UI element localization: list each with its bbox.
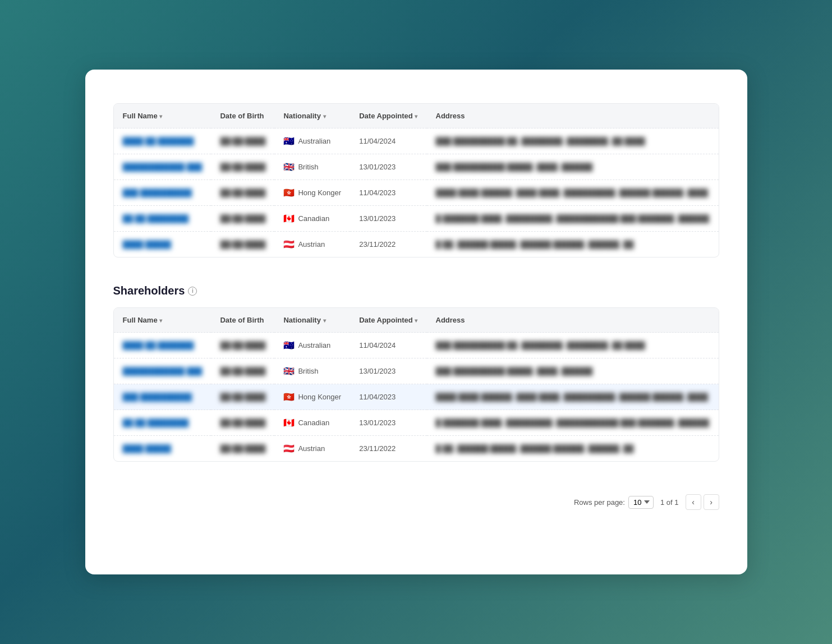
nationality-cell: 🇨🇦Canadian xyxy=(274,410,350,436)
nationality-text: British xyxy=(298,163,318,171)
dob-cell: ██/██/████ xyxy=(211,358,274,384)
table-row: ██ ██ ██████████/██/████🇨🇦Canadian13/01/… xyxy=(114,410,719,436)
rows-per-page-select[interactable]: 10 25 50 xyxy=(628,496,654,509)
table-row: ███ ████████████/██/████🇭🇰Hong Konger11/… xyxy=(114,384,719,410)
col-nationality-directors[interactable]: Nationality xyxy=(274,104,350,128)
page-info: 1 of 1 xyxy=(660,498,679,507)
name-cell[interactable]: ████ ██ ███████ xyxy=(114,128,212,154)
page-navigation: ‹ › xyxy=(686,494,719,510)
table-row: ████████████ █████/██/████🇬🇧British13/01… xyxy=(114,358,719,384)
next-page-button[interactable]: › xyxy=(704,494,719,510)
dob-cell: ██/██/████ xyxy=(211,333,274,358)
table-row: ███ ████████████/██/████🇭🇰Hong Konger11/… xyxy=(114,180,719,206)
table-row: ████████████ █████/██/████🇬🇧British13/01… xyxy=(114,154,719,180)
address-cell: ████ ████ ██████, ████ ████, ██████████,… xyxy=(427,384,719,410)
address-cell: █ ██, ██████ █████, ██████ ██████, █████… xyxy=(427,232,719,257)
flag-icon: 🇭🇰 xyxy=(283,392,295,402)
prev-page-button[interactable]: ‹ xyxy=(686,494,701,510)
col-dateappointed-shareholders[interactable]: Date Appointed xyxy=(350,308,426,333)
table-row: ████ ██ █████████/██/████🇦🇺Australian11/… xyxy=(114,333,719,358)
date-appointed-cell: 13/01/2023 xyxy=(350,154,426,180)
flag-icon: 🇬🇧 xyxy=(283,366,295,376)
nationality-text: Australian xyxy=(298,137,330,145)
date-appointed-cell: 13/01/2023 xyxy=(350,358,426,384)
table-row: ████ ██ █████████/██/████🇦🇺Australian11/… xyxy=(114,128,719,154)
directors-table: Full Name Date of Birth Nationality Date… xyxy=(114,104,719,257)
nationality-text: Hong Konger xyxy=(298,393,341,401)
directors-table-wrapper: Full Name Date of Birth Nationality Date… xyxy=(113,103,719,257)
flag-icon: 🇦🇺 xyxy=(283,340,295,351)
name-cell[interactable]: ███ ██████████ xyxy=(114,384,212,410)
nationality-text: Austrian xyxy=(298,444,325,453)
nationality-text: Canadian xyxy=(298,214,329,223)
name-cell[interactable]: ████ █████ xyxy=(114,436,212,462)
nationality-text: Canadian xyxy=(298,418,329,427)
date-appointed-cell: 11/04/2024 xyxy=(350,128,426,154)
nationality-cell: 🇨🇦Canadian xyxy=(274,206,350,232)
shareholders-section-title: Shareholders i xyxy=(113,284,719,297)
name-cell[interactable]: ████████████ ███ xyxy=(114,358,212,384)
address-cell: ███ ██████████ █████, ████, ██████ xyxy=(427,358,719,384)
col-dob-directors: Date of Birth xyxy=(211,104,274,128)
nationality-cell: 🇭🇰Hong Konger xyxy=(274,180,350,206)
name-cell[interactable]: ███ ██████████ xyxy=(114,180,212,206)
col-dob-shareholders: Date of Birth xyxy=(211,308,274,333)
rows-per-page-control: Rows per page: 10 25 50 xyxy=(574,496,654,509)
nationality-cell: 🇭🇰Hong Konger xyxy=(274,384,350,410)
nationality-cell: 🇬🇧British xyxy=(274,154,350,180)
main-card: Full Name Date of Birth Nationality Date… xyxy=(85,70,747,574)
flag-icon: 🇦🇹 xyxy=(283,239,295,250)
nationality-text: British xyxy=(298,367,318,375)
nationality-cell: 🇦🇺Australian xyxy=(274,333,350,358)
col-address-directors: Address xyxy=(427,104,719,128)
dob-cell: ██/██/████ xyxy=(211,180,274,206)
dob-cell: ██/██/████ xyxy=(211,384,274,410)
address-cell: ████ ████ ██████, ████ ████, ██████████,… xyxy=(427,180,719,206)
name-cell[interactable]: ████ █████ xyxy=(114,232,212,257)
name-cell[interactable]: ██ ██ ████████ xyxy=(114,410,212,436)
name-cell[interactable]: ████ ██ ███████ xyxy=(114,333,212,358)
date-appointed-cell: 11/04/2023 xyxy=(350,384,426,410)
nationality-cell: 🇦🇺Australian xyxy=(274,128,350,154)
col-fullname-directors[interactable]: Full Name xyxy=(114,104,212,128)
flag-icon: 🇨🇦 xyxy=(283,213,295,224)
dob-cell: ██/██/████ xyxy=(211,206,274,232)
name-cell[interactable]: ████████████ ███ xyxy=(114,154,212,180)
name-cell[interactable]: ██ ██ ████████ xyxy=(114,206,212,232)
shareholders-table: Full Name Date of Birth Nationality Date… xyxy=(114,308,719,461)
shareholders-table-header-row: Full Name Date of Birth Nationality Date… xyxy=(114,308,719,333)
table-row: ████ ███████/██/████🇦🇹Austrian23/11/2022… xyxy=(114,232,719,257)
table-row: ██ ██ ██████████/██/████🇨🇦Canadian13/01/… xyxy=(114,206,719,232)
address-cell: █ ███████ ████, █████████, ████████████ … xyxy=(427,410,719,436)
date-appointed-cell: 11/04/2024 xyxy=(350,333,426,358)
col-dateappointed-directors[interactable]: Date Appointed xyxy=(350,104,426,128)
dob-cell: ██/██/████ xyxy=(211,128,274,154)
nationality-text: Austrian xyxy=(298,240,325,249)
flag-icon: 🇦🇺 xyxy=(283,136,295,146)
shareholders-info-icon[interactable]: i xyxy=(188,287,197,296)
nationality-cell: 🇬🇧British xyxy=(274,358,350,384)
table-row: ████ ███████/██/████🇦🇹Austrian23/11/2022… xyxy=(114,436,719,462)
flag-icon: 🇨🇦 xyxy=(283,417,295,428)
date-appointed-cell: 23/11/2022 xyxy=(350,232,426,257)
rows-per-page-label: Rows per page: xyxy=(574,498,625,507)
shareholders-table-wrapper: Full Name Date of Birth Nationality Date… xyxy=(113,307,719,462)
date-appointed-cell: 23/11/2022 xyxy=(350,436,426,462)
date-appointed-cell: 13/01/2023 xyxy=(350,410,426,436)
flag-icon: 🇬🇧 xyxy=(283,162,295,172)
dob-cell: ██/██/████ xyxy=(211,410,274,436)
col-nationality-shareholders[interactable]: Nationality xyxy=(274,308,350,333)
col-address-shareholders: Address xyxy=(427,308,719,333)
date-appointed-cell: 11/04/2023 xyxy=(350,180,426,206)
nationality-text: Australian xyxy=(298,341,330,349)
dob-cell: ██/██/████ xyxy=(211,154,274,180)
nationality-text: Hong Konger xyxy=(298,188,341,197)
col-fullname-shareholders[interactable]: Full Name xyxy=(114,308,212,333)
flag-icon: 🇭🇰 xyxy=(283,187,295,198)
dob-cell: ██/██/████ xyxy=(211,436,274,462)
flag-icon: 🇦🇹 xyxy=(283,443,295,454)
dob-cell: ██/██/████ xyxy=(211,232,274,257)
date-appointed-cell: 13/01/2023 xyxy=(350,206,426,232)
pagination-bar: Rows per page: 10 25 50 1 of 1 ‹ › xyxy=(113,489,719,516)
directors-table-header-row: Full Name Date of Birth Nationality Date… xyxy=(114,104,719,128)
